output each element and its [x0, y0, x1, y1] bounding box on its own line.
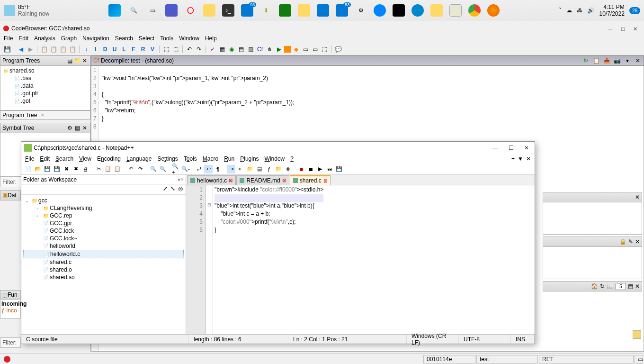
tb-icon[interactable]: ◆: [292, 45, 300, 54]
opera-icon[interactable]: O: [184, 4, 197, 17]
collapse-icon[interactable]: ⤡: [170, 185, 175, 193]
network-icon[interactable]: 🖧: [577, 7, 582, 14]
utorrent-icon[interactable]: ⬇: [260, 4, 272, 17]
stop-icon[interactable]: ⏹: [306, 165, 315, 173]
tb-icon[interactable]: 📋: [68, 45, 77, 54]
saveall-icon[interactable]: 💾: [53, 165, 61, 173]
folder2-icon[interactable]: [298, 4, 310, 17]
st-close-icon[interactable]: ✕: [81, 125, 88, 131]
npp-tab[interactable]: README.md⊠: [236, 175, 289, 185]
zoomin-icon[interactable]: 🔍+: [172, 165, 180, 173]
undo-icon[interactable]: ↶: [126, 165, 135, 173]
tree-root[interactable]: ⌄📁gcc: [23, 197, 184, 204]
cut-icon[interactable]: ✂: [94, 165, 103, 173]
tb-icon[interactable]: ⬚: [171, 45, 180, 54]
start-icon[interactable]: [108, 4, 121, 17]
messages-icon[interactable]: [374, 4, 386, 17]
npp-menu-encoding[interactable]: Encoding: [97, 155, 121, 162]
menu-search[interactable]: Search: [115, 35, 133, 42]
folder3-icon[interactable]: [430, 4, 443, 17]
npp-menu-view[interactable]: View: [79, 155, 91, 162]
tb-icon[interactable]: [284, 46, 291, 53]
tab-close-icon[interactable]: ⊠: [282, 178, 286, 183]
mail-icon[interactable]: 93: [241, 4, 253, 17]
tb-icon[interactable]: ⬚: [320, 45, 329, 54]
wrap-icon[interactable]: ↩: [204, 165, 213, 173]
incoming-item[interactable]: ƒ Inco: [1, 307, 19, 314]
tree-file[interactable]: 📄shared.o: [23, 266, 184, 273]
tree-item[interactable]: .got.plt: [1, 90, 89, 97]
menu-edit[interactable]: Edit: [18, 35, 28, 42]
snapshot-icon[interactable]: 📷: [613, 57, 621, 64]
tree-file[interactable]: 📄GCC.gpr: [23, 219, 184, 227]
back-icon[interactable]: ◀: [17, 45, 25, 54]
redo-icon[interactable]: ↷: [195, 45, 203, 54]
npp-code-area[interactable]: 123456 ⊟ "brown">#include "color:#ff0000…: [186, 185, 535, 334]
npp-x-icon[interactable]: ✕: [526, 155, 531, 162]
explorer-icon[interactable]: [203, 4, 215, 17]
npp-menu-language[interactable]: Language: [126, 155, 152, 162]
print-icon[interactable]: 🖨: [81, 165, 89, 173]
letter-l-icon[interactable]: L: [120, 45, 128, 54]
playmulti-icon[interactable]: ⏭: [325, 165, 334, 173]
npp-close-button[interactable]: ✕: [524, 145, 529, 151]
menu-file[interactable]: File: [4, 35, 13, 42]
status-icon[interactable]: ▭: [635, 355, 643, 364]
cmd-icon[interactable]: [393, 4, 405, 17]
save-icon[interactable]: 💾: [3, 45, 11, 54]
menu-graph[interactable]: Graph: [61, 35, 77, 42]
npp-dropdown-icon[interactable]: ▼: [518, 155, 523, 162]
undo-icon[interactable]: ↶: [185, 45, 194, 54]
tree-file[interactable]: 📄shared.so: [23, 273, 184, 281]
weather-widget[interactable]: 85°F Raining now: [4, 4, 49, 18]
npp-tree[interactable]: ⌄📁gcc ›📁CLangReversing ›📁GCC.rep 📄GCC.gp…: [21, 195, 186, 334]
npp-menu-window[interactable]: Window: [265, 155, 285, 162]
tb-icon[interactable]: ▭: [301, 45, 310, 54]
tree-item[interactable]: .bss: [1, 74, 89, 82]
tree-item[interactable]: .data: [1, 82, 89, 90]
dropdown-icon[interactable]: ▾: [624, 57, 631, 64]
npp-plus-icon[interactable]: +: [511, 155, 515, 162]
book-icon[interactable]: 📖: [607, 283, 614, 290]
chrome-icon[interactable]: [468, 4, 481, 17]
tb-icon[interactable]: ▥: [246, 45, 255, 54]
lock-icon[interactable]: 🔒: [619, 238, 626, 245]
telegram-icon[interactable]: [411, 4, 424, 17]
menu-help[interactable]: Help: [205, 35, 217, 42]
indent-icon[interactable]: ⇥: [227, 165, 235, 173]
zoomout-icon[interactable]: 🔍-: [181, 165, 190, 173]
copy-icon[interactable]: 📋: [104, 165, 112, 173]
closeall-icon[interactable]: ✖: [72, 165, 80, 173]
letter-u-icon[interactable]: U: [110, 45, 119, 54]
tree-file[interactable]: 📄GCC.lock: [23, 227, 184, 235]
npp-tab-active[interactable]: shared.c⊠: [290, 175, 331, 185]
clock[interactable]: 4:11 PM 10/7/2022: [599, 4, 624, 18]
down-arrow-icon[interactable]: ↓: [82, 45, 90, 54]
tree-item[interactable]: .got: [1, 97, 89, 105]
tree-file[interactable]: 📄shared.c: [23, 258, 184, 266]
refresh-icon[interactable]: ↻: [582, 57, 590, 64]
tree-file[interactable]: 📄helloworld: [23, 242, 184, 250]
chat-icon[interactable]: 💬: [334, 45, 342, 54]
docmap-icon[interactable]: ▤: [255, 165, 264, 173]
home-icon[interactable]: 🏠: [591, 283, 598, 290]
menu-window[interactable]: Window: [179, 35, 199, 42]
npp-menu-help[interactable]: ?: [290, 155, 294, 162]
maximize-button[interactable]: ☐: [621, 25, 625, 32]
tree-file[interactable]: 📄GCC.lock~: [23, 235, 184, 242]
bookmark-icon[interactable]: [633, 330, 641, 339]
npp-menu-search[interactable]: Search: [55, 155, 73, 162]
tb-icon[interactable]: ▦: [218, 45, 226, 54]
tree-folder[interactable]: ›📁GCC.rep: [23, 212, 184, 219]
program-tree-tab[interactable]: Program Tree: [2, 112, 37, 118]
panel-close-icon[interactable]: ✕: [634, 57, 642, 64]
savemacro-icon[interactable]: 💾: [335, 165, 343, 173]
pt-tool-icon[interactable]: ▤: [66, 57, 73, 64]
npp-menu-macro[interactable]: Macro: [203, 155, 218, 162]
menu-tools[interactable]: Tools: [160, 35, 173, 42]
firefox-icon[interactable]: [487, 4, 500, 17]
tree-root[interactable]: shared.so: [1, 67, 89, 74]
pt-folder-icon[interactable]: 📁: [74, 57, 80, 64]
npp-maximize-button[interactable]: ☐: [509, 145, 514, 151]
npp-menu-run[interactable]: Run: [224, 155, 234, 162]
